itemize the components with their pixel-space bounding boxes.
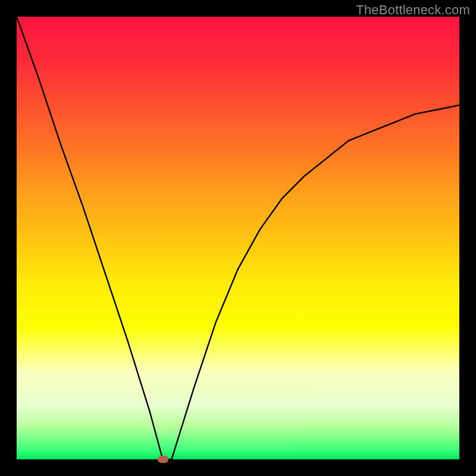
curve-path [17, 17, 459, 459]
plot-area [17, 17, 459, 459]
chart-frame: TheBottleneck.com [0, 0, 476, 476]
bottleneck-curve [17, 17, 459, 459]
watermark-text: TheBottleneck.com [356, 2, 470, 18]
minimum-marker [158, 456, 168, 463]
